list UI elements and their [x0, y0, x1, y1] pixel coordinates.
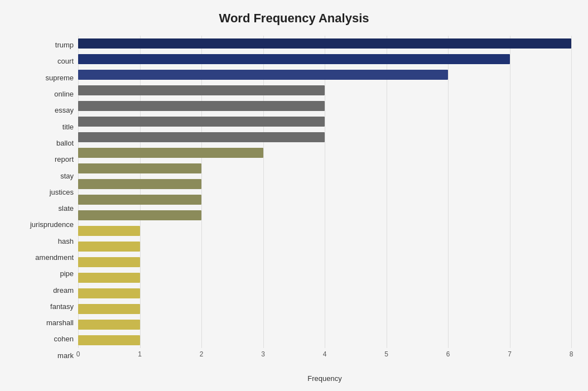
- chart-title: Word Frequency Analysis: [17, 11, 571, 26]
- y-label: amendment: [17, 254, 78, 261]
- bars-wrapper: [78, 36, 571, 365]
- y-label: report: [17, 156, 78, 163]
- bar: [78, 117, 325, 127]
- y-labels: trumpcourtsupremeonlineessaytitleballotr…: [17, 36, 78, 365]
- bar: [78, 163, 201, 173]
- y-label: slate: [17, 205, 78, 212]
- bar: [78, 179, 201, 189]
- y-label: title: [17, 123, 78, 131]
- bar-row: [78, 37, 571, 50]
- bar-row: [78, 100, 571, 112]
- bar: [78, 54, 510, 64]
- bar-row: [78, 334, 571, 346]
- y-label: jurisprudence: [17, 221, 78, 228]
- bar-row: [78, 240, 571, 253]
- bar: [78, 85, 325, 95]
- bar-row: [78, 287, 571, 300]
- bar-row: [78, 84, 571, 96]
- bar-row: [78, 194, 571, 206]
- y-label: supreme: [17, 74, 78, 81]
- bar-row: [78, 318, 571, 331]
- bar: [78, 101, 325, 111]
- y-label: dream: [17, 287, 78, 294]
- y-label: justices: [17, 189, 78, 196]
- y-label: trump: [17, 41, 78, 49]
- bar: [78, 38, 571, 49]
- bar: [78, 335, 140, 345]
- grid-line: [571, 36, 572, 348]
- y-label: essay: [17, 107, 78, 114]
- bar-row: [78, 209, 571, 221]
- bar-row: [78, 225, 571, 237]
- bar-row: [78, 115, 571, 128]
- chart-container: Word Frequency Analysis trumpcourtsuprem…: [0, 0, 588, 391]
- bar: [78, 273, 140, 283]
- bar: [78, 226, 140, 236]
- bar: [78, 70, 448, 80]
- bar-row: [78, 69, 571, 81]
- bar-row: [78, 147, 571, 159]
- y-label: hash: [17, 238, 78, 245]
- y-label: pipe: [17, 270, 78, 277]
- bar-row: [78, 272, 571, 284]
- y-label: court: [17, 57, 78, 65]
- y-label: stay: [17, 172, 78, 180]
- y-label: marshall: [17, 319, 78, 326]
- bar: [78, 132, 325, 142]
- bar-row: [78, 53, 571, 65]
- bar-row: [78, 303, 571, 315]
- bar-row: [78, 256, 571, 268]
- y-label: cohen: [17, 335, 78, 342]
- y-label: fantasy: [17, 303, 78, 310]
- x-axis-label: Frequency: [78, 374, 571, 383]
- bar: [78, 148, 263, 158]
- bar: [78, 304, 140, 314]
- chart-area: trumpcourtsupremeonlineessaytitleballotr…: [17, 36, 571, 365]
- y-label: online: [17, 90, 78, 98]
- bar: [78, 242, 140, 252]
- bar-row: [78, 178, 571, 190]
- bars-and-grid: 012345678Frequency: [78, 36, 571, 365]
- bar-row: [78, 162, 571, 175]
- bar: [78, 257, 140, 267]
- bar: [78, 195, 201, 205]
- bar: [78, 288, 140, 298]
- bar-row: [78, 131, 571, 143]
- bar: [78, 210, 201, 220]
- y-label: mark: [17, 352, 78, 359]
- bar: [78, 320, 140, 330]
- y-label: ballot: [17, 139, 78, 147]
